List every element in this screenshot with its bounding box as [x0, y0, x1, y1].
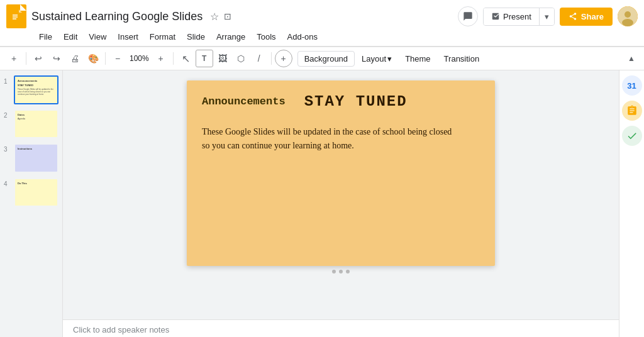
layout-dropdown-icon: ▾	[387, 54, 392, 64]
slide-body-text: These Google Slides will be updated in t…	[202, 125, 480, 153]
menu-file[interactable]: File	[34, 30, 57, 43]
dot-3	[346, 270, 350, 273]
menu-view[interactable]: View	[84, 30, 111, 43]
slide-number-4: 4	[4, 178, 11, 187]
slide-stay-tuned-label: STAY TUNED	[304, 93, 408, 110]
share-label: Share	[581, 12, 604, 21]
layout-button[interactable]: Layout ▾	[355, 52, 398, 66]
check-icon[interactable]	[622, 126, 642, 146]
text-tool[interactable]: T	[196, 50, 213, 67]
menu-edit[interactable]: Edit	[58, 30, 82, 43]
svg-marker-1	[19, 9, 22, 13]
transition-button[interactable]: Transition	[438, 52, 486, 66]
speaker-notes[interactable]: Click to add speaker notes	[63, 319, 619, 337]
right-sidebar: 31	[619, 70, 644, 337]
undo-button[interactable]: ↩	[30, 50, 47, 67]
menu-tools[interactable]: Tools	[252, 30, 280, 43]
zoom-in-button[interactable]: +	[152, 50, 170, 67]
share-button[interactable]: Share	[560, 8, 613, 26]
image-tool[interactable]: 🖼	[214, 50, 231, 67]
slide-preview-4[interactable]: Do This	[14, 178, 58, 207]
slide-preview-2[interactable]: Dates Agenda	[14, 109, 58, 138]
star-icon[interactable]: ☆	[210, 11, 219, 23]
present-label: Present	[503, 12, 531, 21]
canvas-resize-dots	[332, 270, 350, 273]
toolbar-collapse-button[interactable]: ▲	[624, 51, 639, 66]
doc-icon	[6, 4, 26, 28]
shape-tool[interactable]: ⬡	[232, 50, 250, 67]
slide-announcements-label: Announcements	[202, 96, 286, 108]
present-button-group: Present ▾	[483, 8, 555, 26]
redo-button[interactable]: ↪	[48, 50, 65, 67]
drive-folder-icon[interactable]: ⊡	[224, 11, 231, 21]
print-button[interactable]: 🖨	[66, 50, 84, 67]
zoom-level[interactable]: 100%	[127, 53, 152, 64]
menu-bar: File Edit View Insert Format Slide Arran…	[6, 30, 638, 46]
svg-rect-0	[11, 9, 19, 23]
slide-thumbnail-1[interactable]: 1 Announcements STAY TUNED These Google …	[4, 75, 58, 104]
toolbar: + ↩ ↪ 🖨 🎨 − 100% + ↖ T 🖼 ⬡ / + Backgroun…	[0, 47, 644, 70]
canvas-area: Announcements STAY TUNED These Google Sl…	[63, 70, 619, 319]
menu-addons[interactable]: Add-ons	[282, 30, 323, 43]
zoom-group: − 100% +	[109, 50, 170, 67]
slide-thumbnail-2[interactable]: 2 Dates Agenda	[4, 109, 58, 138]
dot-1	[332, 270, 336, 273]
divider-2	[105, 52, 106, 65]
divider-1	[26, 52, 26, 65]
slide-thumbnail-3[interactable]: 3 Instructions	[4, 143, 58, 172]
divider-3	[173, 52, 174, 65]
tasks-icon[interactable]	[622, 101, 642, 121]
present-dropdown-arrow[interactable]: ▾	[540, 8, 554, 25]
divider-4	[271, 52, 272, 65]
slide-canvas[interactable]: Announcements STAY TUNED These Google Sl…	[187, 80, 495, 266]
cursor-tool[interactable]: ↖	[177, 50, 195, 67]
slide-thumbnail-4[interactable]: 4 Do This	[4, 178, 58, 207]
paint-format-button[interactable]: 🎨	[84, 50, 102, 67]
dot-2	[339, 270, 343, 273]
slide-preview-1[interactable]: Announcements STAY TUNED These Google Sl…	[14, 75, 58, 104]
user-avatar[interactable]	[618, 6, 638, 26]
menu-format[interactable]: Format	[145, 30, 180, 43]
add-button[interactable]: +	[5, 50, 23, 67]
menu-insert[interactable]: Insert	[113, 30, 143, 43]
svg-point-7	[622, 19, 633, 26]
calendar-icon[interactable]: 31	[622, 75, 642, 96]
comment-button[interactable]	[458, 6, 478, 26]
plus-circle-button[interactable]: +	[275, 50, 292, 67]
line-tool[interactable]: /	[250, 50, 268, 67]
slide-number-2: 2	[4, 109, 11, 119]
present-main-button[interactable]: Present	[484, 8, 540, 25]
slide-number-3: 3	[4, 143, 11, 153]
slide-preview-3[interactable]: Instructions	[14, 143, 58, 172]
zoom-out-button[interactable]: −	[109, 50, 126, 67]
theme-button[interactable]: Theme	[399, 52, 436, 66]
slides-panel: 1 Announcements STAY TUNED These Google …	[0, 70, 63, 337]
menu-slide[interactable]: Slide	[182, 30, 210, 43]
document-title: Sustained Learning Google Slides	[31, 10, 203, 23]
menu-arrange[interactable]: Arrange	[211, 30, 250, 43]
slide-number-1: 1	[4, 75, 11, 85]
background-button[interactable]: Background	[297, 51, 355, 67]
svg-point-6	[625, 11, 631, 18]
